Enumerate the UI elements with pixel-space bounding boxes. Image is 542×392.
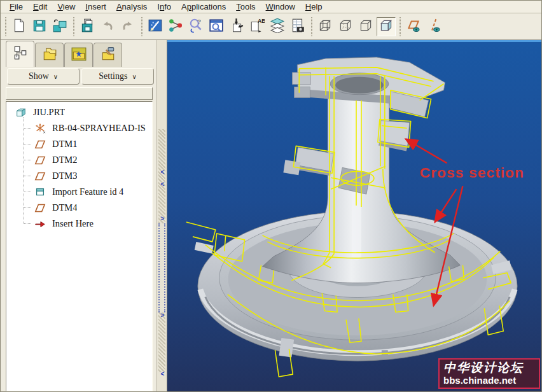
shaded-button[interactable] bbox=[377, 17, 396, 36]
menu-insert[interactable]: Insert bbox=[80, 1, 111, 12]
no-hidden-line-button[interactable] bbox=[356, 17, 375, 36]
datum-plane-icon bbox=[32, 202, 48, 214]
zoom-fit-button[interactable] bbox=[227, 17, 246, 36]
no-hidden-line-icon bbox=[358, 18, 373, 35]
navigator-panel: Show ∨ Settings ∨ JIU.PRTRB-04-SPRAYHEAD… bbox=[1, 40, 156, 391]
tab-model-tree[interactable] bbox=[6, 41, 34, 67]
undo-icon bbox=[100, 18, 115, 35]
expand-right-icon[interactable]: > bbox=[157, 216, 168, 222]
save-as-button[interactable] bbox=[50, 17, 69, 36]
datum-planes-icon bbox=[406, 18, 421, 35]
regenerate-button[interactable] bbox=[166, 17, 185, 36]
menu-view[interactable]: View bbox=[52, 1, 80, 12]
chevron-down-icon: ∨ bbox=[132, 73, 136, 80]
panel-sash[interactable]: < < > > < bbox=[156, 40, 167, 391]
tree-item-label: DTM1 bbox=[52, 139, 77, 150]
graphics-area[interactable]: Cross section 中华设计论坛 bbs.chinade.net bbox=[167, 40, 541, 391]
menu-window[interactable]: Window bbox=[261, 1, 300, 12]
tab-folder-browser[interactable] bbox=[35, 43, 64, 67]
menu-analysis[interactable]: Analysis bbox=[111, 1, 152, 12]
navigator-tabs bbox=[6, 40, 156, 67]
tree-item-rb-04-sprayhead-is[interactable]: RB-04-SPRAYHEAD-IS bbox=[6, 120, 152, 136]
settings-menu-button[interactable]: Settings ∨ bbox=[81, 68, 154, 85]
undo-button bbox=[98, 17, 117, 36]
tree-item-dtm2[interactable]: DTM2 bbox=[6, 152, 152, 168]
toolbar-separator bbox=[71, 17, 76, 36]
model-tree-icon bbox=[13, 45, 28, 63]
insert-arrow-icon bbox=[32, 218, 48, 230]
tree-item-import-feature-id-4[interactable]: Import Feature id 4 bbox=[6, 184, 152, 200]
wireframe-button[interactable] bbox=[316, 17, 335, 36]
expand-right-icon[interactable]: > bbox=[157, 312, 168, 319]
tree-item-label: DTM3 bbox=[52, 171, 77, 181]
save-icon bbox=[32, 18, 47, 35]
shaded-icon bbox=[379, 18, 394, 35]
part-icon bbox=[13, 106, 29, 119]
tree-item-label: DTM2 bbox=[52, 155, 77, 165]
toolbar-separator bbox=[309, 17, 314, 36]
find-icon: ? bbox=[188, 18, 204, 35]
menu-bar: FileEditViewInsertAnalysisInfoApplicatio… bbox=[1, 1, 541, 13]
find-button[interactable]: ? bbox=[186, 17, 205, 36]
menu-info[interactable]: Info bbox=[152, 1, 176, 12]
tree-toolbar: Show ∨ Settings ∨ bbox=[6, 67, 156, 86]
datum-planes-button[interactable] bbox=[404, 17, 423, 36]
repaint-button[interactable] bbox=[146, 17, 165, 36]
new-file-button[interactable] bbox=[10, 17, 29, 36]
datum-axes-icon bbox=[426, 18, 441, 35]
new-file-icon bbox=[11, 18, 27, 35]
tree-item-insert-here[interactable]: Insert Here bbox=[6, 216, 152, 232]
menu-file[interactable]: File bbox=[4, 1, 28, 12]
tab-utilities[interactable] bbox=[94, 43, 122, 67]
save-as-icon bbox=[52, 18, 67, 35]
datum-axes-button[interactable] bbox=[424, 17, 443, 36]
svg-text:AB: AB bbox=[258, 18, 265, 24]
layers-button[interactable] bbox=[268, 17, 287, 36]
menu-applications[interactable]: Applications bbox=[176, 1, 231, 12]
toolbar-separator bbox=[3, 17, 8, 36]
collapse-left-icon[interactable]: < bbox=[157, 371, 168, 377]
3d-model-view: Cross section bbox=[167, 42, 541, 391]
annotation-arrow bbox=[406, 139, 447, 163]
tree-item-label: Insert Here bbox=[52, 218, 94, 229]
show-menu-button[interactable]: Show ∨ bbox=[7, 68, 80, 85]
annotation-label: Cross section bbox=[420, 164, 524, 181]
hidden-line-icon bbox=[338, 18, 353, 35]
work-area: Show ∨ Settings ∨ JIU.PRTRB-04-SPRAYHEAD… bbox=[1, 40, 541, 391]
backup-save-button[interactable] bbox=[78, 17, 97, 36]
zoom-window-button[interactable] bbox=[207, 17, 226, 36]
save-button[interactable] bbox=[30, 17, 49, 36]
tree-item-jiu-prt[interactable]: JIU.PRT bbox=[6, 104, 152, 120]
tree-item-label: JIU.PRT bbox=[33, 107, 65, 118]
layers-icon bbox=[270, 18, 285, 35]
tree-item-dtm1[interactable]: DTM1 bbox=[6, 136, 152, 152]
hidden-line-button[interactable] bbox=[336, 17, 355, 36]
favorites-icon bbox=[71, 46, 87, 64]
tree-item-dtm4[interactable]: DTM4 bbox=[6, 200, 152, 216]
tree-item-dtm3[interactable]: DTM3 bbox=[6, 168, 152, 184]
annotation-arrow bbox=[435, 189, 457, 222]
import-feature-icon bbox=[32, 186, 48, 199]
menu-tools[interactable]: Tools bbox=[231, 1, 260, 12]
toolbar-separator bbox=[139, 17, 144, 36]
tab-favorites[interactable] bbox=[64, 43, 93, 67]
collapse-left-icon[interactable]: < bbox=[157, 181, 168, 188]
svg-text:?: ? bbox=[197, 18, 201, 25]
zoom-window-icon bbox=[209, 18, 224, 35]
toolbar: ?AB bbox=[1, 13, 541, 40]
view-manager-button[interactable] bbox=[288, 17, 307, 36]
annotations-button[interactable]: AB bbox=[247, 17, 267, 36]
menu-edit[interactable]: Edit bbox=[28, 1, 52, 12]
sash-drag-handle[interactable] bbox=[158, 223, 165, 312]
collapse-left-icon[interactable]: < bbox=[157, 169, 168, 176]
menu-help[interactable]: Help bbox=[300, 1, 328, 12]
tree-item-label: Import Feature id 4 bbox=[52, 186, 123, 197]
folder-browser-icon bbox=[42, 46, 57, 64]
tree-item-label: DTM4 bbox=[52, 202, 77, 213]
datum-plane-icon bbox=[32, 170, 48, 183]
view-manager-icon bbox=[290, 18, 305, 35]
settings-menu-label: Settings bbox=[99, 71, 127, 81]
tree-item-label: RB-04-SPRAYHEAD-IS bbox=[52, 123, 146, 134]
model-tree-container: JIU.PRTRB-04-SPRAYHEAD-ISDTM1DTM2DTM3Imp… bbox=[6, 101, 153, 391]
datum-plane-icon bbox=[32, 154, 48, 167]
